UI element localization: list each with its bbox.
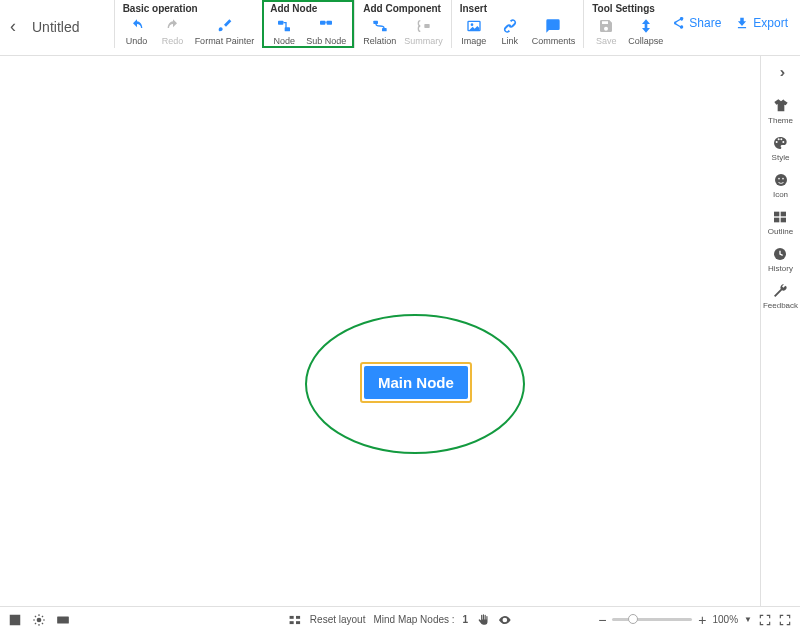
right-sidebar: ›› Theme Style Icon Outline History Feed… — [760, 56, 800, 606]
group-title: Insert — [460, 3, 576, 14]
bottom-left-tools — [8, 613, 70, 627]
zoom-out-button[interactable]: − — [598, 612, 606, 628]
fullscreen-icon[interactable] — [778, 613, 792, 627]
relation-button[interactable]: Relation — [363, 18, 396, 46]
undo-icon — [129, 18, 145, 34]
summary-icon — [415, 18, 431, 34]
group-tool-settings: Tool Settings Save Collapse — [583, 0, 671, 48]
save-button[interactable]: Save — [592, 18, 620, 46]
svg-rect-14 — [774, 218, 779, 223]
sidebar-outline[interactable]: Outline — [768, 209, 793, 236]
link-button[interactable]: Link — [496, 18, 524, 46]
sidebar-icon[interactable]: Icon — [773, 172, 789, 199]
top-toolbar: ‹ Untitled Basic operation Undo Redo For… — [0, 0, 800, 56]
svg-rect-17 — [10, 614, 21, 625]
svg-line-23 — [35, 615, 36, 616]
comments-button[interactable]: Comments — [532, 18, 576, 46]
svg-rect-4 — [373, 21, 378, 24]
sidebar-style[interactable]: Style — [772, 135, 790, 162]
main-node-label: Main Node — [364, 366, 468, 399]
svg-rect-29 — [296, 615, 300, 618]
hand-icon[interactable] — [476, 613, 490, 627]
sidebar-theme[interactable]: Theme — [768, 98, 793, 125]
group-title: Add Node — [270, 3, 346, 14]
layout-icon[interactable] — [8, 613, 22, 627]
svg-point-9 — [775, 174, 787, 186]
eye-icon[interactable] — [498, 613, 512, 627]
collapse-icon — [638, 18, 654, 34]
bottom-center: Reset layout Mind Map Nodes : 1 — [288, 613, 512, 627]
image-icon — [466, 18, 482, 34]
svg-rect-5 — [382, 28, 387, 31]
fit-icon[interactable] — [758, 613, 772, 627]
format-painter-button[interactable]: Format Painter — [195, 18, 255, 46]
back-icon[interactable]: ‹ — [10, 16, 16, 37]
summary-button[interactable]: Summary — [404, 18, 443, 46]
svg-line-26 — [35, 622, 36, 623]
svg-rect-12 — [774, 212, 779, 217]
bottom-bar: Reset layout Mind Map Nodes : 1 − + 100%… — [0, 606, 800, 632]
svg-point-18 — [37, 617, 42, 622]
zoom-slider[interactable] — [612, 618, 692, 621]
share-icon — [671, 16, 685, 30]
export-button[interactable]: Export — [735, 16, 788, 30]
sidebar-feedback[interactable]: Feedback — [763, 283, 798, 310]
outline-icon — [772, 209, 788, 225]
group-basic-operation: Basic operation Undo Redo Format Painter — [114, 0, 263, 48]
shirt-icon — [773, 98, 789, 114]
svg-rect-6 — [425, 24, 430, 28]
brightness-icon[interactable] — [32, 613, 46, 627]
document-title[interactable]: Untitled — [32, 19, 79, 35]
svg-rect-28 — [290, 615, 294, 618]
svg-rect-15 — [781, 218, 786, 223]
zoom-value: 100% — [713, 614, 739, 625]
collapse-button[interactable]: Collapse — [628, 18, 663, 46]
keyboard-icon[interactable] — [56, 613, 70, 627]
zoom-in-button[interactable]: + — [698, 612, 706, 628]
group-insert: Insert Image Link Comments — [451, 0, 584, 48]
smile-icon — [773, 172, 789, 188]
sub-node-button[interactable]: Sub Node — [306, 18, 346, 46]
svg-point-11 — [782, 178, 784, 180]
svg-rect-13 — [781, 212, 786, 217]
svg-rect-27 — [57, 616, 69, 623]
bottom-right-zoom: − + 100% ▼ — [598, 612, 792, 628]
reset-layout-label[interactable]: Reset layout — [310, 614, 366, 625]
group-title: Basic operation — [123, 3, 255, 14]
link-icon — [502, 18, 518, 34]
share-button[interactable]: Share — [671, 16, 721, 30]
svg-point-10 — [778, 178, 780, 180]
nodes-label: Mind Map Nodes : — [373, 614, 454, 625]
group-add-node: Add Node Node Sub Node — [262, 0, 354, 48]
sidebar-history[interactable]: History — [768, 246, 793, 273]
undo-button[interactable]: Undo — [123, 18, 151, 46]
group-add-component: Add Component Relation Summary — [354, 0, 451, 48]
comments-icon — [545, 18, 561, 34]
image-button[interactable]: Image — [460, 18, 488, 46]
node-icon — [276, 18, 292, 34]
node-button[interactable]: Node — [270, 18, 298, 46]
main-node[interactable]: Main Node — [360, 362, 472, 403]
relation-icon — [372, 18, 388, 34]
reset-layout-icon[interactable] — [288, 613, 302, 627]
sub-node-icon — [318, 18, 334, 34]
zoom-dropdown-icon[interactable]: ▼ — [744, 615, 752, 624]
svg-line-24 — [42, 622, 43, 623]
toolbar-groups: Basic operation Undo Redo Format Painter… — [114, 0, 672, 48]
save-icon — [598, 18, 614, 34]
svg-rect-30 — [290, 621, 294, 624]
redo-button[interactable]: Redo — [159, 18, 187, 46]
brush-icon — [216, 18, 232, 34]
canvas[interactable]: Main Node — [0, 56, 760, 606]
right-actions: Share Export — [671, 0, 800, 30]
title-area: ‹ Untitled — [0, 0, 114, 37]
svg-rect-31 — [296, 621, 300, 624]
export-icon — [735, 16, 749, 30]
svg-point-8 — [470, 23, 473, 26]
group-title: Add Component — [363, 3, 443, 14]
sidebar-collapse-icon[interactable]: ›› — [780, 64, 781, 80]
nodes-count: 1 — [463, 614, 469, 625]
wrench-icon — [772, 283, 788, 299]
palette-icon — [772, 135, 788, 151]
svg-rect-2 — [320, 21, 325, 25]
